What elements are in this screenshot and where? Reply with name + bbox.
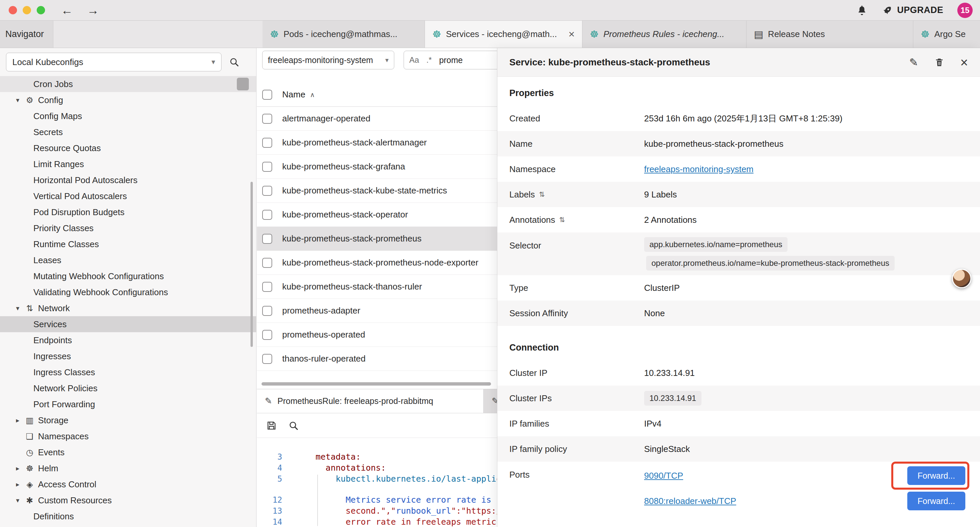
select-all-checkbox[interactable] <box>262 90 272 100</box>
sidebar-search-icon[interactable] <box>229 57 240 67</box>
minimize-window-button[interactable] <box>23 6 31 14</box>
document-icon: ▤ <box>754 29 763 40</box>
sidebar-item-services[interactable]: Services <box>0 316 256 332</box>
namespace-filter-select[interactable]: freeleaps-monitoring-system ▾ <box>262 51 394 69</box>
sidebar-header: Local Kubeconfigs ▾ <box>0 48 256 76</box>
titlebar-right: UPGRADE 15 <box>856 3 973 18</box>
row-checkbox[interactable] <box>262 162 272 172</box>
back-button[interactable]: ← <box>61 4 73 16</box>
chevron-right-icon[interactable]: ▸ <box>12 416 23 424</box>
sidebar-item-runtime-classes[interactable]: Runtime Classes <box>0 236 256 252</box>
tab-pods-icecheng-mathmas[interactable]: ☸Pods - icecheng@mathmas... <box>262 21 425 48</box>
name-column-header[interactable]: Name ∧ <box>282 89 315 100</box>
property-row-name: Namekube-prometheus-stack-prometheus <box>497 131 980 156</box>
save-icon[interactable] <box>266 420 277 431</box>
chevron-down-icon[interactable]: ▾ <box>12 304 23 312</box>
sidebar-item-definitions[interactable]: Definitions <box>0 508 256 524</box>
tab-prometheus-rules-icecheng[interactable]: ☸Prometheus Rules - icecheng... <box>582 21 746 48</box>
sidebar-item-access-control[interactable]: ▸◈Access Control <box>0 476 256 492</box>
row-checkbox[interactable] <box>262 354 272 364</box>
tab-release-notes[interactable]: ▤Release Notes <box>746 21 913 48</box>
sidebar-item-ingresses[interactable]: Ingresses <box>0 348 256 364</box>
chevron-down-icon[interactable]: ▾ <box>12 96 23 104</box>
namespace-link[interactable]: freeleaps-monitoring-system <box>644 164 754 174</box>
sidebar-item-storage[interactable]: ▸▥Storage <box>0 412 256 428</box>
sidebar-item-mutating-webhook-configurations[interactable]: Mutating Webhook Configurations <box>0 268 256 284</box>
maximize-window-button[interactable] <box>37 6 45 14</box>
sidebar-item-limit-ranges[interactable]: Limit Ranges <box>0 156 256 172</box>
regex-toggle[interactable]: .* <box>426 56 432 65</box>
kubernetes-icon: ☸ <box>590 29 599 40</box>
row-checkbox[interactable] <box>262 138 272 148</box>
sidebar-item-secrets[interactable]: Secrets <box>0 124 256 140</box>
sidebar-item-pod-disruption-budgets[interactable]: Pod Disruption Budgets <box>0 204 256 220</box>
user-avatar[interactable] <box>952 269 971 288</box>
notifications-bell-icon[interactable] <box>856 5 868 16</box>
sidebar-item-config[interactable]: ▾⚙Config <box>0 92 256 108</box>
sidebar-scrollbar-thumb[interactable] <box>250 182 253 347</box>
sidebar-item-priority-classes[interactable]: Priority Classes <box>0 220 256 236</box>
connection-rows: Cluster IP10.233.14.91Cluster IPs10.233.… <box>497 360 980 515</box>
editor-tab-label: PrometheusRule: freeleaps-prod-rabbitmq <box>277 396 433 406</box>
search-icon[interactable] <box>288 420 299 431</box>
chevron-down-icon[interactable]: ▾ <box>12 496 23 504</box>
sidebar-item-custom-resources[interactable]: ▾✱Custom Resources <box>0 492 256 508</box>
sidebar-item-namespaces[interactable]: ❏Namespaces <box>0 428 256 444</box>
chevron-right-icon[interactable]: ▸ <box>12 464 23 472</box>
row-checkbox[interactable] <box>262 210 272 220</box>
line-number: 13 <box>257 506 282 516</box>
row-checkbox[interactable] <box>262 258 272 268</box>
expand-toggle-icon[interactable]: ⇅ <box>559 216 565 224</box>
row-checkbox[interactable] <box>262 234 272 244</box>
sidebar-item-cron-jobs[interactable]: Cron Jobs <box>0 76 256 92</box>
line-number: 3 <box>257 452 282 462</box>
notification-count-badge[interactable]: 15 <box>957 3 973 18</box>
sidebar-item-resource-quotas[interactable]: Resource Quotas <box>0 140 256 156</box>
sidebar-item-endpoints[interactable]: Endpoints <box>0 332 256 348</box>
sidebar-item-vertical-pod-autoscalers[interactable]: Vertical Pod Autoscalers <box>0 188 256 204</box>
horizontal-scrollbar-thumb[interactable] <box>261 382 491 385</box>
chevron-right-icon[interactable]: ▸ <box>12 480 23 488</box>
sidebar-item-ingress-classes[interactable]: Ingress Classes <box>0 364 256 380</box>
expand-toggle-icon[interactable]: ⇅ <box>539 191 545 199</box>
delete-icon[interactable] <box>934 57 944 68</box>
forward-button[interactable]: → <box>87 4 99 16</box>
row-checkbox[interactable] <box>262 330 272 340</box>
service-name: kube-prometheus-stack-prometheus-node-ex… <box>282 258 478 268</box>
close-tab-icon[interactable]: × <box>566 28 575 40</box>
app-window: ← → UPGRADE 15 Navigator ☸Pods - icechen… <box>0 0 980 527</box>
sidebar-item-network-policies[interactable]: Network Policies <box>0 380 256 396</box>
row-checkbox[interactable] <box>262 186 272 196</box>
editor-tab-prometheusrule-freeleaps-prod-rabbitmq[interactable]: ✎PrometheusRule: freeleaps-prod-rabbitmq <box>257 389 484 413</box>
selector-chip: app.kubernetes.io/name=prometheus <box>644 237 788 252</box>
sidebar-item-events[interactable]: ◷Events <box>0 444 256 460</box>
sidebar-item-leases[interactable]: Leases <box>0 252 256 268</box>
edit-icon[interactable]: ✎ <box>909 56 918 69</box>
sidebar-item-config-maps[interactable]: Config Maps <box>0 108 256 124</box>
row-checkbox[interactable] <box>262 282 272 292</box>
forward-button[interactable]: Forward... <box>907 466 965 485</box>
sidebar-item-label: Endpoints <box>33 335 72 345</box>
sidebar-item-label: Access Control <box>38 479 96 490</box>
forward-button[interactable]: Forward... <box>907 492 965 510</box>
upgrade-button[interactable]: UPGRADE <box>881 5 943 16</box>
kubeconfig-selector[interactable]: Local Kubeconfigs ▾ <box>6 53 221 72</box>
match-case-toggle[interactable]: Aa <box>409 56 419 65</box>
sidebar-item-helm[interactable]: ▸☸Helm <box>0 460 256 476</box>
tab-services-icecheng-math[interactable]: ☸Services - icecheng@math...× <box>425 21 582 48</box>
close-window-button[interactable] <box>9 6 17 14</box>
sidebar-item-horizontal-pod-autoscalers[interactable]: Horizontal Pod Autoscalers <box>0 172 256 188</box>
property-row-annotations: Annotations⇅2 Annotations <box>497 207 980 232</box>
close-panel-icon[interactable]: × <box>960 56 968 69</box>
property-label-text: Annotations <box>509 215 555 225</box>
row-checkbox[interactable] <box>262 114 272 124</box>
sidebar-item-validating-webhook-configurations[interactable]: Validating Webhook Configurations <box>0 284 256 300</box>
sidebar-item-port-forwarding[interactable]: Port Forwarding <box>0 396 256 412</box>
port-link[interactable]: 8080:reloader-web/TCP <box>644 496 736 506</box>
port-link[interactable]: 9090/TCP <box>644 471 683 481</box>
sidebar-item-network[interactable]: ▾⇅Network <box>0 300 256 316</box>
sidebar-item-label: Storage <box>38 415 68 426</box>
tab-argo-se[interactable]: ☸Argo Se <box>913 21 980 48</box>
row-checkbox[interactable] <box>262 306 272 316</box>
property-label-text: Namespace <box>509 164 556 174</box>
